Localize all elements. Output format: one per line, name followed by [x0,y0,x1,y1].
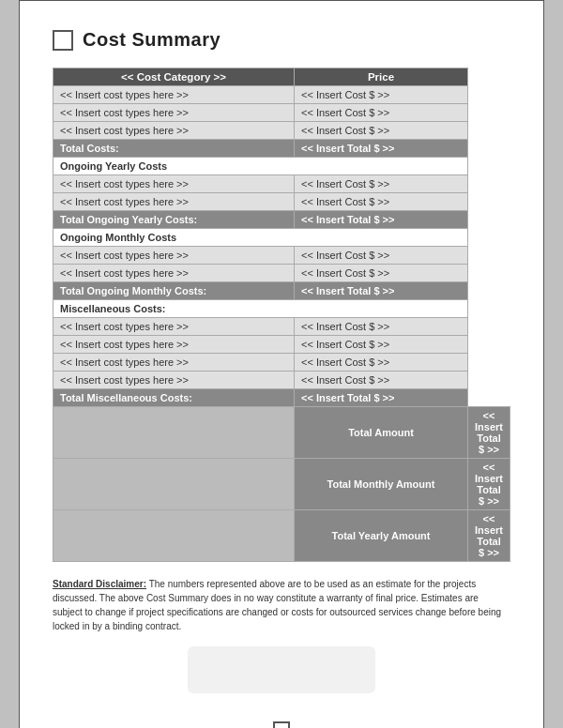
cell-total-label: Total Ongoing Yearly Costs: [53,211,295,229]
table-row: << Insert cost types here >><< Insert Co… [53,318,510,336]
table-row: << Insert cost types here >><< Insert Co… [53,175,510,193]
cell-summary-label: Total Amount [295,407,468,459]
table-row: Ongoing Yearly Costs [53,158,510,175]
cell-price: << Insert Cost $ >> [295,336,468,354]
cell-category: << Insert cost types here >> [53,193,295,211]
cell-category: << Insert cost types here >> [53,122,295,140]
cell-category: << Insert cost types here >> [53,354,295,372]
cell-total-price: << Insert Total $ >> [295,389,468,407]
table-row: Total Costs:<< Insert Total $ >> [53,140,510,158]
cell-summary-label: Total Monthly Amount [295,459,468,510]
cell-price: << Insert Cost $ >> [295,104,468,122]
table-row: Miscellaneous Costs: [53,300,510,318]
cell-price: << Insert Cost $ >> [295,372,468,389]
footer-icon [273,721,290,728]
cell-category: << Insert cost types here >> [53,372,295,389]
table-row: << Insert cost types here >><< Insert Co… [53,122,510,140]
cell-category: << Insert cost types here >> [53,175,295,193]
table-row: Total Ongoing Yearly Costs:<< Insert Tot… [53,211,510,229]
cell-price: << Insert Cost $ >> [295,193,468,211]
cell-price: << Insert Cost $ >> [295,247,468,265]
table-row: << Insert cost types here >><< Insert Co… [53,354,510,372]
table-row: << Insert cost types here >><< Insert Co… [53,336,510,354]
cell-summary-price: << Insert Total $ >> [468,407,510,459]
disclaimer-label: Standard Disclaimer: [53,579,146,589]
table-row: Total Miscellaneous Costs:<< Insert Tota… [53,389,510,407]
table-row: Total Monthly Amount<< Insert Total $ >> [53,459,510,510]
cell-total-label: Total Costs: [53,140,295,158]
page: Cost Summary << Cost Category >> Price <… [19,0,544,728]
cell-summary-spacer [53,407,295,459]
cell-total-label: Total Ongoing Monthly Costs: [53,282,295,300]
cell-price: << Insert Cost $ >> [295,265,468,282]
table-row: Ongoing Monthly Costs [53,229,510,247]
header-icon [53,30,73,51]
table-row: << Insert cost types here >><< Insert Co… [53,265,510,282]
cell-section-label: Ongoing Monthly Costs [53,229,468,247]
footer: <<Domain>> [53,721,510,728]
table-row: << Insert cost types here >><< Insert Co… [53,372,510,389]
page-title: Cost Summary [83,29,221,51]
cell-category: << Insert cost types here >> [53,265,295,282]
cell-section-label: Miscellaneous Costs: [53,300,468,318]
cell-price: << Insert Cost $ >> [295,175,468,193]
cell-price: << Insert Cost $ >> [295,86,468,104]
cell-total-price: << Insert Total $ >> [295,282,468,300]
cell-summary-price: << Insert Total $ >> [468,459,510,510]
table-row: << Insert cost types here >><< Insert Co… [53,104,510,122]
table-row: << Insert cost types here >><< Insert Co… [53,193,510,211]
cell-total-price: << Insert Total $ >> [295,211,468,229]
cell-category: << Insert cost types here >> [53,104,295,122]
cell-section-label: Ongoing Yearly Costs [53,158,468,175]
cell-summary-price: << Insert Total $ >> [468,510,510,562]
cell-price: << Insert Cost $ >> [295,354,468,372]
cell-price: << Insert Cost $ >> [295,122,468,140]
table-row: Total Amount<< Insert Total $ >> [53,407,510,459]
watermark-area [53,646,510,693]
table-header-row: << Cost Category >> Price [53,68,510,86]
cell-category: << Insert cost types here >> [53,86,295,104]
cell-category: << Insert cost types here >> [53,336,295,354]
page-header: Cost Summary [53,29,510,51]
table-row: Total Ongoing Monthly Costs:<< Insert To… [53,282,510,300]
cell-category: << Insert cost types here >> [53,247,295,265]
table-row: Total Yearly Amount<< Insert Total $ >> [53,510,510,562]
cell-category: << Insert cost types here >> [53,318,295,336]
table-row: << Insert cost types here >><< Insert Co… [53,86,510,104]
cell-total-label: Total Miscellaneous Costs: [53,389,295,407]
cell-summary-label: Total Yearly Amount [295,510,468,562]
cell-total-price: << Insert Total $ >> [295,140,468,158]
watermark-box [188,646,375,693]
cell-price: << Insert Cost $ >> [295,318,468,336]
disclaimer: Standard Disclaimer: The numbers represe… [53,577,510,633]
cost-table: << Cost Category >> Price << Insert cost… [53,68,510,562]
category-header: << Cost Category >> [53,68,295,86]
price-header: Price [295,68,468,86]
cell-summary-spacer [53,459,295,510]
cell-summary-spacer [53,510,295,562]
table-row: << Insert cost types here >><< Insert Co… [53,247,510,265]
